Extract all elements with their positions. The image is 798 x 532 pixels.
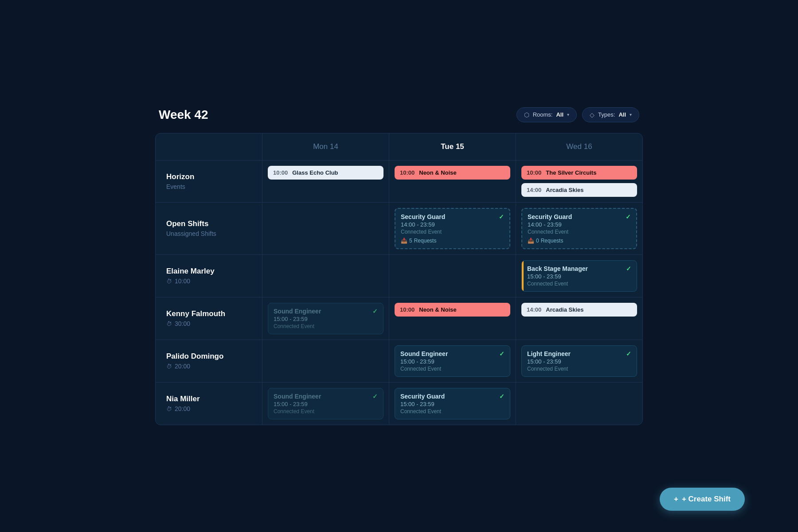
event-neon-noise-kenny[interactable]: 10:00 Neon & Noise xyxy=(395,303,510,317)
event-time: 10:00 xyxy=(273,169,288,176)
event-time: 10:00 xyxy=(400,169,415,176)
shift-title: Security Guard ✓ xyxy=(401,213,504,220)
event-arcadia-skies-wed[interactable]: 14:00 Arcadia Skies xyxy=(521,183,637,197)
open-shifts-wed-cell: Security Guard ✓ 14:00 - 23:59 Connected… xyxy=(516,203,642,254)
grid-header: Mon 14 Tue 15 Wed 16 xyxy=(156,133,642,160)
shift-sub: Connected Event xyxy=(274,323,378,329)
types-filter-button[interactable]: ◇ Types: All ▾ xyxy=(582,107,639,122)
row-nia-miller: Nia Miller ⏱ 20:00 Sound Engineer ✓ 15:0… xyxy=(156,383,642,425)
palido-hours: 20:00 xyxy=(175,363,190,370)
shift-sound-engineer-nia-mon[interactable]: Sound Engineer ✓ 15:00 - 23:59 Connected… xyxy=(268,388,383,419)
elaine-tue-cell xyxy=(389,255,516,297)
requests-label: Requests xyxy=(541,238,563,244)
shift-sound-engineer-palido-tue[interactable]: Sound Engineer ✓ 15:00 - 23:59 Connected… xyxy=(395,345,510,377)
shift-sub: Connected Event xyxy=(527,366,631,372)
shift-sub: Connected Event xyxy=(401,229,504,235)
horizon-tue-cell: 10:00 Neon & Noise xyxy=(389,160,516,202)
header-col-empty xyxy=(156,133,262,160)
shift-time: 15:00 - 23:59 xyxy=(274,401,378,407)
event-name: Glass Echo Club xyxy=(292,169,338,176)
shift-time: 15:00 - 23:59 xyxy=(274,316,378,322)
palido-mon-cell xyxy=(262,340,389,382)
shift-check-icon: ✓ xyxy=(626,350,631,357)
palido-wed-cell: Light Engineer ✓ 15:00 - 23:59 Connected… xyxy=(516,340,642,382)
nia-time: ⏱ 20:00 xyxy=(166,405,251,412)
kenny-time: ⏱ 30:00 xyxy=(166,320,251,327)
shift-backstage-manager[interactable]: Back Stage Manager ✓ 15:00 - 23:59 Conne… xyxy=(521,260,637,292)
rooms-chevron-icon: ▾ xyxy=(567,112,569,117)
grid-body: Horizon Events 10:00 Glass Echo Club 10:… xyxy=(156,160,642,425)
nia-mon-cell: Sound Engineer ✓ 15:00 - 23:59 Connected… xyxy=(262,383,389,425)
elaine-hours: 10:00 xyxy=(175,278,190,285)
event-arcadia-skies-kenny[interactable]: 14:00 Arcadia Skies xyxy=(521,303,637,317)
shift-title: Sound Engineer ✓ xyxy=(400,350,505,357)
shift-requests: 📥 5 Requests xyxy=(401,238,504,244)
elaine-time: ⏱ 10:00 xyxy=(166,278,251,285)
shift-title: Sound Engineer ✓ xyxy=(274,308,378,315)
event-name: Neon & Noise xyxy=(419,169,457,176)
horizon-mon-cell: 10:00 Glass Echo Club xyxy=(262,160,389,202)
horizon-wed-cell: 10:00 The Silver Circuits 14:00 Arcadia … xyxy=(516,160,642,202)
clock-icon: ⏱ xyxy=(166,321,172,327)
event-name: Neon & Noise xyxy=(419,306,457,313)
open-shifts-subtitle: Unassigned Shifts xyxy=(166,230,251,237)
types-value: All xyxy=(618,111,626,118)
shift-sub: Connected Event xyxy=(527,281,631,287)
row-label-open-shifts: Open Shifts Unassigned Shifts xyxy=(156,203,262,254)
row-label-palido: Palido Domingo ⏱ 20:00 xyxy=(156,340,262,382)
nia-wed-cell xyxy=(516,383,642,425)
requests-icon: 📥 xyxy=(401,238,407,244)
shift-check-icon: ✓ xyxy=(626,265,631,272)
open-shifts-tue-cell: Security Guard ✓ 14:00 - 23:59 Connected… xyxy=(389,203,516,254)
nia-hours: 20:00 xyxy=(175,405,190,412)
types-label: Types: xyxy=(598,111,615,118)
shift-light-engineer-palido[interactable]: Light Engineer ✓ 15:00 - 23:59 Connected… xyxy=(521,345,637,377)
requests-icon: 📥 xyxy=(528,238,534,244)
shift-sound-engineer-kenny-mon[interactable]: Sound Engineer ✓ 15:00 - 23:59 Connected… xyxy=(268,303,383,334)
shift-title: Security Guard ✓ xyxy=(528,213,631,220)
calendar-grid: Mon 14 Tue 15 Wed 16 Horizon Events 10:0… xyxy=(155,133,643,425)
header-filters: ⬡ Rooms: All ▾ ◇ Types: All ▾ xyxy=(516,107,639,122)
rooms-filter-button[interactable]: ⬡ Rooms: All ▾ xyxy=(516,107,577,122)
row-label-nia: Nia Miller ⏱ 20:00 xyxy=(156,383,262,425)
row-palido-domingo: Palido Domingo ⏱ 20:00 Sound Engineer ✓ … xyxy=(156,340,642,383)
kenny-title: Kenny Falmouth xyxy=(166,309,251,318)
row-label-elaine: Elaine Marley ⏱ 10:00 xyxy=(156,255,262,297)
shift-time: 15:00 - 23:59 xyxy=(527,273,631,280)
event-glass-echo-club[interactable]: 10:00 Glass Echo Club xyxy=(268,166,383,180)
nia-title: Nia Miller xyxy=(166,395,251,403)
shift-title: Back Stage Manager ✓ xyxy=(527,265,631,272)
header-col-mon: Mon 14 xyxy=(262,133,389,160)
shift-sub: Connected Event xyxy=(274,408,378,415)
event-name: Arcadia Skies xyxy=(546,187,583,193)
clock-icon: ⏱ xyxy=(166,406,172,412)
row-open-shifts: Open Shifts Unassigned Shifts Security G… xyxy=(156,203,642,255)
requests-count: 5 xyxy=(409,238,412,244)
shift-check-icon: ✓ xyxy=(372,393,378,400)
create-shift-button[interactable]: + + Create Shift xyxy=(660,488,745,511)
rooms-value: All xyxy=(556,111,563,118)
header: Week 42 ⬡ Rooms: All ▾ ◇ Types: All ▾ xyxy=(155,107,643,122)
shift-title: Security Guard ✓ xyxy=(400,393,505,400)
types-icon: ◇ xyxy=(590,111,595,118)
event-silver-circuits[interactable]: 10:00 The Silver Circuits xyxy=(521,166,637,180)
horizon-subtitle: Events xyxy=(166,183,251,190)
shift-security-guard-tue[interactable]: Security Guard ✓ 14:00 - 23:59 Connected… xyxy=(395,208,510,249)
header-col-wed: Wed 16 xyxy=(516,133,642,160)
event-neon-noise-tue[interactable]: 10:00 Neon & Noise xyxy=(395,166,510,180)
shift-security-guard-nia[interactable]: Security Guard ✓ 15:00 - 23:59 Connected… xyxy=(395,388,510,419)
row-elaine-marley: Elaine Marley ⏱ 10:00 Back Stage Manager… xyxy=(156,255,642,297)
row-kenny-falmouth: Kenny Falmouth ⏱ 30:00 Sound Engineer ✓ … xyxy=(156,297,642,340)
week-title: Week 42 xyxy=(159,108,208,122)
row-label-horizon: Horizon Events xyxy=(156,160,262,202)
shift-time: 15:00 - 23:59 xyxy=(400,358,505,365)
kenny-wed-cell: 14:00 Arcadia Skies xyxy=(516,297,642,340)
shift-security-guard-wed[interactable]: Security Guard ✓ 14:00 - 23:59 Connected… xyxy=(521,208,637,249)
event-name: Arcadia Skies xyxy=(546,306,583,313)
shift-title: Light Engineer ✓ xyxy=(527,350,631,357)
app-container: Week 42 ⬡ Rooms: All ▾ ◇ Types: All ▾ Mo… xyxy=(155,107,643,425)
elaine-title: Elaine Marley xyxy=(166,267,251,276)
requests-count: 0 xyxy=(536,238,539,244)
palido-time: ⏱ 20:00 xyxy=(166,363,251,370)
event-time: 14:00 xyxy=(527,306,541,313)
